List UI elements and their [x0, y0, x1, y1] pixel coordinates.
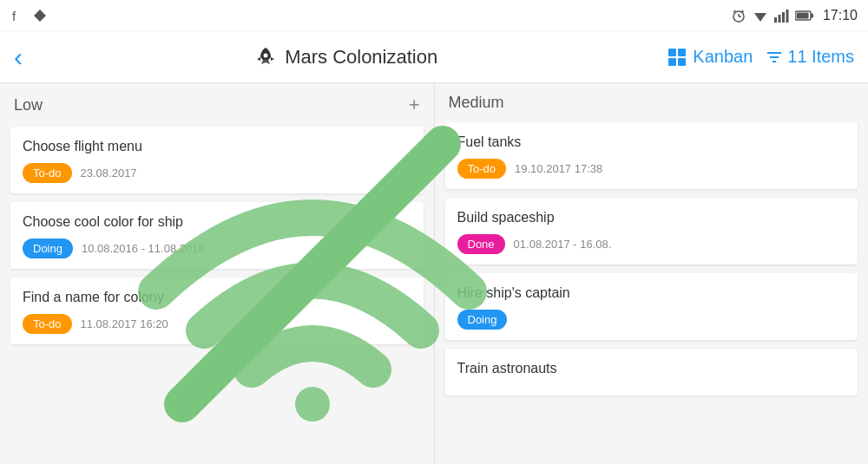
svg-rect-15	[796, 12, 808, 18]
card-date: 11.08.2017 16:20	[81, 317, 168, 330]
column-low: Low+Choose flight menuTo-do23.08.2017Cho…	[0, 83, 435, 464]
card-date: 01.08.2017 - 16.08.	[514, 238, 612, 251]
columns-container: Low+Choose flight menuTo-do23.08.2017Cho…	[0, 83, 868, 464]
card-title: Hire ship's captain	[457, 285, 846, 301]
column-title-low: Low	[14, 96, 43, 114]
kanban-button[interactable]: Kanban	[668, 47, 753, 67]
card-title: Fuel tanks	[457, 134, 846, 150]
alarm-icon	[731, 8, 746, 23]
column-title-medium: Medium	[449, 94, 504, 112]
rocket-icon	[253, 45, 278, 69]
card-meta: To-do19.10.2017 17:38	[457, 159, 846, 179]
card-date: 23.08.2017	[81, 167, 137, 180]
signal-icon	[774, 9, 790, 23]
card-card-4[interactable]: Fuel tanksTo-do19.10.2017 17:38	[445, 122, 858, 189]
status-bar: f 17:10	[0, 0, 868, 31]
kanban-label: Kanban	[693, 47, 753, 67]
column-add-low[interactable]: +	[409, 94, 420, 116]
svg-rect-11	[782, 12, 785, 23]
back-button[interactable]: ‹	[14, 42, 23, 72]
items-label: 11 Items	[787, 47, 854, 67]
card-date: 10.08.2016 - 11.08.2016	[82, 242, 205, 255]
kanban-grid-icon	[668, 49, 687, 66]
filter-icon	[766, 49, 782, 65]
facebook-icon: f	[10, 8, 26, 23]
card-badge: Doing	[23, 239, 73, 258]
header-center: Mars Colonization	[253, 45, 437, 69]
card-badge: Doing	[457, 310, 508, 330]
status-bar-left: f	[10, 8, 47, 23]
status-time: 17:10	[823, 8, 858, 23]
card-date: 19.10.2017 17:38	[515, 162, 602, 175]
card-card-2[interactable]: Choose cool color for shipDoing10.08.201…	[10, 202, 424, 269]
card-card-6[interactable]: Hire ship's captainDoing	[445, 273, 858, 340]
card-title: Train astronauts	[457, 361, 846, 376]
card-badge: To-do	[457, 159, 507, 179]
card-badge: Done	[457, 234, 505, 254]
card-title: Choose flight menu	[23, 139, 411, 154]
card-meta: To-do23.08.2017	[23, 163, 411, 183]
diamond-icon	[33, 9, 47, 23]
status-bar-right: 17:10	[731, 8, 858, 23]
card-badge: To-do	[23, 163, 72, 183]
header-right: Kanban 11 Items	[668, 47, 854, 67]
card-meta: Done01.08.2017 - 16.08.	[457, 234, 846, 254]
svg-rect-17	[668, 49, 676, 56]
card-title: Choose cool color for ship	[23, 214, 411, 230]
svg-rect-12	[786, 10, 788, 23]
card-card-7[interactable]: Train astronauts	[445, 349, 858, 395]
svg-marker-2	[34, 10, 46, 22]
header: ‹ Mars Colonization Kanban	[0, 31, 868, 83]
items-button[interactable]: 11 Items	[766, 47, 854, 67]
card-meta: Doing10.08.2016 - 11.08.2016	[23, 239, 411, 258]
svg-rect-9	[774, 17, 777, 23]
svg-marker-8	[754, 13, 766, 22]
header-left: ‹	[14, 42, 23, 72]
card-card-1[interactable]: Choose flight menuTo-do23.08.2017	[10, 127, 424, 193]
svg-rect-14	[811, 13, 813, 17]
svg-rect-18	[678, 49, 686, 56]
column-header-low: Low+	[10, 94, 424, 116]
card-title: Build spaceship	[457, 210, 846, 225]
column-medium: MediumFuel tanksTo-do19.10.2017 17:38Bui…	[435, 83, 869, 464]
wifi-icon	[752, 8, 769, 23]
svg-point-16	[264, 53, 268, 57]
battery-icon	[795, 10, 814, 22]
card-card-3[interactable]: Find a name for colonyTo-do11.08.2017 16…	[10, 278, 424, 344]
svg-rect-20	[678, 58, 686, 66]
svg-rect-19	[668, 58, 676, 66]
card-meta: To-do11.08.2017 16:20	[23, 314, 411, 334]
card-meta: Doing	[457, 310, 846, 330]
svg-text:f: f	[12, 9, 16, 23]
card-card-5[interactable]: Build spaceshipDone01.08.2017 - 16.08.	[445, 198, 858, 265]
card-title: Find a name for colony	[23, 290, 411, 305]
svg-rect-10	[778, 15, 780, 23]
column-header-medium: Medium	[445, 94, 858, 112]
app-title: Mars Colonization	[285, 46, 437, 69]
card-badge: To-do	[23, 314, 72, 334]
